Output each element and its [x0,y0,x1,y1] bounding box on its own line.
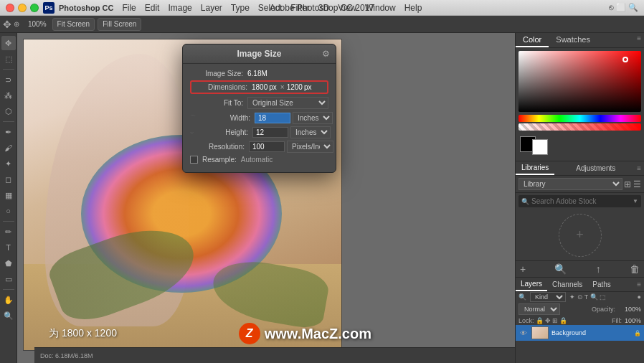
eraser-tool[interactable]: ◻ [1,172,16,187]
library-circle-area: + [516,209,644,260]
mac-titlebar: Ps Photoshop CC File Edit Image Layer Ty… [0,0,644,16]
layer-thumbnail [531,326,549,339]
selection-tool[interactable]: ⬚ [1,52,16,66]
library-search[interactable]: 🔍 ▼ [518,195,641,207]
brush-tool[interactable]: 🖌 [1,141,16,155]
move-tool[interactable]: ✥ [1,36,16,50]
zoom-level: 100% [25,20,49,28]
lock-pos-icon[interactable]: ✥ [545,317,551,324]
blend-mode-select[interactable]: Normal [518,303,560,315]
gradient-tool[interactable]: ▦ [1,188,16,202]
type-tool[interactable]: T [1,240,16,255]
resolution-unit-select[interactable]: Pixels/Inch [287,141,333,153]
maximize-button[interactable] [30,4,39,12]
resample-value: Automatic [241,156,273,164]
layer-visibility-icon[interactable]: 👁 [518,329,529,337]
height-unit-select[interactable]: Inches [290,126,331,138]
crop-tool[interactable]: ⬡ [1,104,16,118]
tab-channels[interactable]: Channels [547,278,587,291]
dialog-titlebar: Image Size ⚙ [183,44,336,64]
traffic-lights[interactable] [6,4,39,12]
dimensions-label: Dimensions: [194,83,252,91]
lock-artboard-icon[interactable]: ⊞ [552,317,558,324]
zoom-tool[interactable]: 🔍 [1,308,16,323]
canvas-area[interactable]: Image Size ⚙ Image Size: 6.18M Dimension… [17,33,515,363]
resample-checkbox[interactable] [190,156,198,164]
lock-all-icon[interactable]: 🔒 [559,317,567,324]
color-cursor [622,57,628,62]
pen-tool[interactable]: ✏ [1,225,16,239]
left-toolbar: ✥ ⬚ ⊃ ⁂ ⬡ ✒ 🖌 ✦ ◻ ▦ ○ ✏ T ⬟ ▭ ✋ 🔍 [0,33,17,363]
dodge-tool[interactable]: ○ [1,204,16,218]
alpha-bar[interactable] [518,123,641,131]
layers-panel-menu[interactable]: ≡ [637,280,641,288]
resolution-row: Resolution: Pixels/Inch [190,141,328,153]
tab-adjustments[interactable]: Adjustments [570,162,621,174]
layer-filter-select[interactable]: Kind [530,292,566,302]
library-add-button[interactable]: + [520,263,526,275]
color-picker [516,48,644,161]
window-title: Adobe Photoshop CC 2017 [270,3,374,13]
tool-separator-1 [3,69,14,70]
clone-tool[interactable]: ✦ [1,156,16,171]
tab-paths[interactable]: Paths [587,278,616,291]
fill-screen-button[interactable]: Fill Screen [98,18,141,31]
table-row[interactable]: 👁 Background 🔒 [516,325,644,341]
close-button[interactable] [6,4,14,12]
dim-unit-left: px [267,83,278,91]
library-add-circle[interactable]: + [559,214,602,257]
chain-icon-top: ⌒ [190,114,196,122]
dialog-gear-icon[interactable]: ⚙ [322,49,330,59]
tab-swatches[interactable]: Swatches [549,33,597,47]
hand-tool[interactable]: ✋ [1,293,16,307]
menu-file[interactable]: File [118,3,140,13]
lib-panel-menu[interactable]: ≡ [637,164,641,172]
minimize-button[interactable] [18,4,27,12]
filter-options-icons[interactable]: ✦ ⊙ T 🔍 ⬚ [569,293,606,301]
resolution-input[interactable] [249,141,285,152]
filter-toggle[interactable]: ● [638,293,641,301]
tool-separator-3 [3,221,14,222]
lasso-tool[interactable]: ⊃ [1,72,16,87]
tab-color[interactable]: Color [516,33,549,47]
eyedropper-tool[interactable]: ✒ [1,125,16,139]
menu-image[interactable]: Image [164,3,196,13]
color-spectrum[interactable] [518,51,641,112]
library-trash-button[interactable]: 🗑 [630,263,640,275]
library-select[interactable]: Library [518,178,622,190]
menu-type[interactable]: Type [227,3,254,13]
background-color[interactable] [532,139,548,155]
fill-value: 100% [625,317,641,324]
blend-opacity-row: Normal Opacity: 100% [516,303,644,316]
library-view-toggle[interactable]: ⊞ ☰ [624,179,641,189]
fit-screen-button[interactable]: Fit Screen [52,18,95,31]
layer-lock-icon: 🔒 [634,330,641,336]
path-tool[interactable]: ⬟ [1,256,16,270]
tab-layers[interactable]: Layers [516,278,547,291]
height-input[interactable] [252,127,288,138]
resample-row: Resample: Automatic [190,156,328,164]
library-search-button[interactable]: 🔍 [554,263,567,275]
lock-icon[interactable]: 🔒 [536,317,544,324]
library-upload-button[interactable]: ↑ [596,263,601,275]
quick-select-tool[interactable]: ⁂ [1,88,16,103]
fit-to-select[interactable]: Original Size [247,97,328,109]
color-panel-menu[interactable]: ≡ [634,33,644,47]
image-size-value: 6.18M [247,70,267,77]
image-size-dialog[interactable]: Image Size ⚙ Image Size: 6.18M Dimension… [182,44,336,173]
library-search-input[interactable] [531,197,633,205]
color-panel: Color Swatches ≡ [516,33,644,161]
canvas-info: Doc: 6.18M/6.18M [40,352,93,359]
width-input[interactable] [255,113,290,123]
tab-libraries[interactable]: Libraries [516,161,554,175]
menu-layer[interactable]: Layer [196,3,227,13]
width-unit-select[interactable]: Inches [293,112,333,124]
menu-edit[interactable]: Edit [141,3,164,13]
dim-height: 1200 [287,83,303,91]
shape-tool[interactable]: ▭ [1,272,16,286]
chain-icon-mid: ⌣ [190,129,194,136]
height-label: Height: [195,128,252,136]
hue-bar[interactable] [518,115,641,122]
search-dropdown-icon[interactable]: ▼ [633,198,638,204]
menu-help[interactable]: Help [400,3,427,13]
